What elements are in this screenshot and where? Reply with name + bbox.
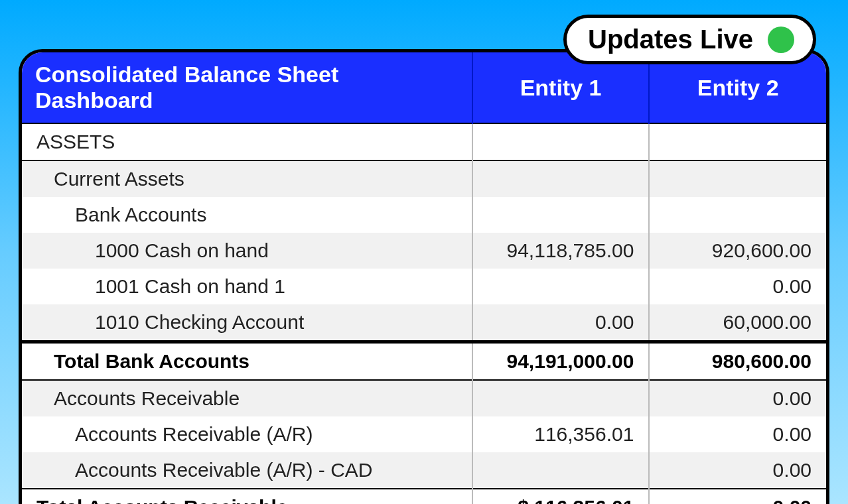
table-row: Total Accounts Receivable$ 116,356.010.0…: [22, 489, 826, 504]
status-dot-icon: [768, 27, 794, 53]
row-entity-1: 116,356.01: [472, 416, 650, 452]
table-row: 1000 Cash on hand94,118,785.00920,600.00: [22, 233, 826, 269]
row-entity-1: [472, 452, 650, 489]
row-label: Accounts Receivable: [22, 380, 472, 416]
table-row: Bank Accounts: [22, 197, 826, 233]
row-entity-1: [472, 197, 650, 233]
row-entity-2: [649, 160, 826, 197]
row-entity-2: 0.00: [649, 380, 826, 416]
row-entity-1: [472, 380, 650, 416]
table-body: ASSETSCurrent AssetsBank Accounts1000 Ca…: [22, 123, 826, 504]
row-entity-2: 980,600.00: [649, 342, 826, 381]
row-entity-1: $ 116,356.01: [472, 489, 650, 504]
balance-sheet-table: Consolidated Balance Sheet Dashboard Ent…: [22, 52, 826, 504]
row-label: Accounts Receivable (A/R) - CAD: [22, 452, 472, 489]
row-entity-2: 0.00: [649, 452, 826, 489]
row-entity-2: [649, 123, 826, 160]
table-row: ASSETS: [22, 123, 826, 160]
row-label: Bank Accounts: [22, 197, 472, 233]
balance-sheet-card: Consolidated Balance Sheet Dashboard Ent…: [19, 49, 829, 504]
row-entity-1: 94,118,785.00: [472, 233, 650, 269]
row-entity-1: [472, 269, 650, 304]
row-label: ASSETS: [22, 123, 472, 160]
table-row: 1001 Cash on hand 10.00: [22, 269, 826, 304]
row-entity-2: [649, 197, 826, 233]
row-entity-2: 0.00: [649, 416, 826, 452]
row-label: Accounts Receivable (A/R): [22, 416, 472, 452]
row-entity-2: 0.00: [649, 489, 826, 504]
row-entity-1: 0.00: [472, 304, 650, 342]
table-row: Total Bank Accounts94,191,000.00980,600.…: [22, 342, 826, 381]
table-row: 1010 Checking Account0.0060,000.00: [22, 304, 826, 342]
row-entity-1: 94,191,000.00: [472, 342, 650, 381]
row-entity-1: [472, 160, 650, 197]
table-row: Accounts Receivable (A/R) - CAD0.00: [22, 452, 826, 489]
row-label: Current Assets: [22, 160, 472, 197]
row-entity-2: 0.00: [649, 269, 826, 304]
row-label: Total Accounts Receivable: [22, 489, 472, 504]
row-entity-1: [472, 123, 650, 160]
table-row: Accounts Receivable0.00: [22, 380, 826, 416]
table-row: Accounts Receivable (A/R)116,356.010.00: [22, 416, 826, 452]
header-title: Consolidated Balance Sheet Dashboard: [22, 52, 472, 123]
row-entity-2: 60,000.00: [649, 304, 826, 342]
row-entity-2: 920,600.00: [649, 233, 826, 269]
status-badge: Updates Live: [563, 15, 816, 64]
row-label: 1000 Cash on hand: [22, 233, 472, 269]
row-label: 1010 Checking Account: [22, 304, 472, 342]
status-label: Updates Live: [588, 25, 753, 54]
table-row: Current Assets: [22, 160, 826, 197]
row-label: 1001 Cash on hand 1: [22, 269, 472, 304]
row-label: Total Bank Accounts: [22, 342, 472, 381]
